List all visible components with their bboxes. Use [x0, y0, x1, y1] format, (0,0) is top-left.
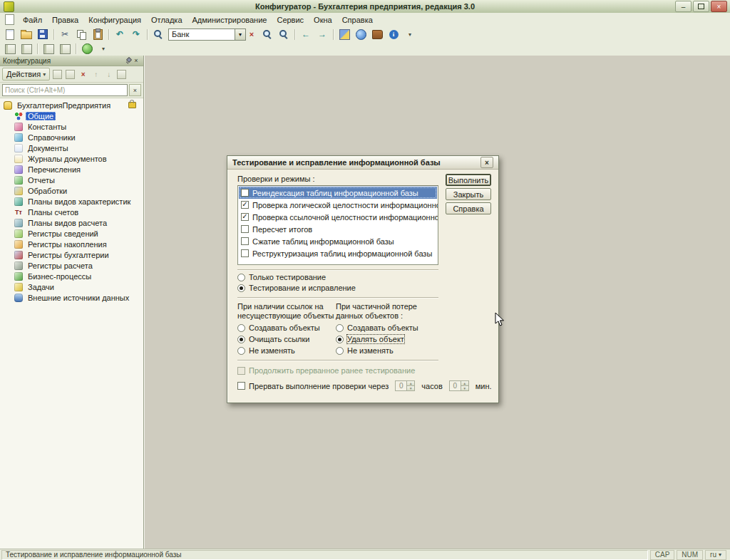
- debug-more-button[interactable]: ▾: [96, 42, 111, 56]
- search-clear-button[interactable]: ×: [129, 84, 141, 96]
- tree-item-common[interactable]: Общие: [0, 110, 143, 121]
- move-down-button[interactable]: ↓: [103, 69, 114, 80]
- sort-button[interactable]: [116, 69, 127, 80]
- combo-value[interactable]: Банк: [168, 28, 235, 41]
- minutes-value[interactable]: 0: [449, 380, 461, 391]
- show-properties-button[interactable]: [41, 42, 56, 56]
- radio-refs-clear-links[interactable]: Очищать ссылки: [237, 335, 309, 343]
- hours-value[interactable]: 0: [395, 380, 406, 391]
- delete-item-button[interactable]: ×: [78, 69, 88, 80]
- execute-button[interactable]: Выполнить: [446, 174, 491, 186]
- show-bookmarks-button[interactable]: [19, 42, 34, 56]
- combo-clear-button[interactable]: ×: [246, 28, 257, 40]
- radio-off[interactable]: [336, 324, 344, 332]
- navigate-back-button[interactable]: ←: [298, 27, 314, 41]
- menu-file[interactable]: Файл: [18, 14, 47, 26]
- check-row-reference-integrity[interactable]: Проверка ссылочной целостности информаци…: [239, 211, 437, 223]
- tree-item-business-processes[interactable]: Бизнес-процессы: [0, 271, 143, 281]
- tree-item-tasks[interactable]: Задачи: [0, 281, 143, 292]
- minutes-spin-buttons[interactable]: ▲ ▼: [461, 380, 469, 391]
- radio-refs-create-objects[interactable]: Создавать объекты: [237, 323, 320, 332]
- navigate-forward-button[interactable]: →: [314, 27, 330, 41]
- minimize-button[interactable]: –: [675, 1, 692, 12]
- tree-item-reports[interactable]: Отчеты: [0, 175, 143, 185]
- open-button[interactable]: [19, 27, 34, 41]
- dialog-close-button[interactable]: ×: [480, 157, 493, 168]
- checkbox-unchecked[interactable]: [241, 225, 249, 233]
- tree-item-chart-of-accounts[interactable]: Тт Планы счетов: [0, 207, 143, 217]
- check-row-restructure-tables[interactable]: Реструктуризация таблиц информационной б…: [239, 247, 437, 259]
- combo-dropdown-button[interactable]: ▼: [235, 28, 246, 41]
- panel-close-button[interactable]: ×: [132, 57, 140, 65]
- show-panel-button[interactable]: [2, 42, 18, 56]
- checkbox-checked[interactable]: [241, 213, 249, 221]
- edit-button[interactable]: [52, 69, 63, 80]
- redo-button[interactable]: ↷: [128, 27, 144, 41]
- menu-help[interactable]: Справка: [337, 14, 378, 26]
- checkbox-unchecked[interactable]: [241, 249, 249, 257]
- paste-button[interactable]: [90, 27, 106, 41]
- close-button[interactable]: ×: [711, 1, 727, 12]
- web-client-button[interactable]: [353, 27, 369, 41]
- search-input[interactable]: [2, 84, 128, 96]
- syntax-check-button[interactable]: [336, 27, 352, 41]
- new-button[interactable]: [2, 27, 18, 41]
- check-row-reindex[interactable]: Реиндексация таблиц информационной базы: [239, 187, 437, 199]
- radio-off[interactable]: [237, 324, 245, 332]
- tree-item-document-journals[interactable]: Журналы документов: [0, 153, 143, 164]
- spin-down-icon[interactable]: ▼: [461, 385, 468, 390]
- radio-partial-no-change[interactable]: Не изменять: [336, 346, 394, 355]
- tree-item-catalogs[interactable]: Справочники: [0, 132, 143, 142]
- checkbox-unchecked[interactable]: [241, 189, 249, 197]
- radio-off[interactable]: [336, 347, 344, 355]
- actions-menu-button[interactable]: Действия ▾: [2, 68, 50, 81]
- checks-listbox[interactable]: Реиндексация таблиц информационной базы …: [237, 185, 438, 265]
- syntax-help-button[interactable]: [369, 27, 385, 41]
- radio-partial-create-objects[interactable]: Создавать объекты: [336, 323, 418, 332]
- checkbox-checked[interactable]: [241, 201, 249, 209]
- tree-item-calculation-types[interactable]: Планы видов расчета: [0, 217, 143, 228]
- find-next-button[interactable]: [259, 27, 275, 41]
- radio-on[interactable]: [336, 336, 344, 343]
- show-messages-button[interactable]: [57, 42, 73, 56]
- check-row-logical-integrity[interactable]: Проверка логической целостности информац…: [239, 199, 437, 211]
- minutes-stepper[interactable]: 0 ▲ ▼: [449, 380, 469, 391]
- checkbox-unchecked[interactable]: [241, 237, 249, 245]
- radio-off[interactable]: [237, 274, 245, 281]
- radio-off[interactable]: [237, 347, 245, 355]
- tree-item-documents[interactable]: Документы: [0, 142, 143, 153]
- tree-item-external-data-sources[interactable]: Внешние источники данных: [0, 292, 143, 303]
- interrupt-checkbox[interactable]: [237, 382, 245, 390]
- menu-administration[interactable]: Администрирование: [187, 14, 272, 26]
- radio-on[interactable]: [237, 336, 245, 343]
- radio-on[interactable]: [237, 284, 245, 292]
- check-row-compress-tables[interactable]: Сжатие таблиц информационной базы: [239, 235, 437, 247]
- move-up-button[interactable]: ↑: [91, 69, 101, 80]
- restore-button[interactable]: [693, 1, 709, 12]
- find-prev-button[interactable]: [276, 27, 292, 41]
- tree-item-characteristic-types[interactable]: Планы видов характеристик: [0, 196, 143, 207]
- help-button[interactable]: i: [386, 27, 401, 41]
- menu-windows[interactable]: Окна: [309, 14, 337, 26]
- copy-item-button[interactable]: [65, 69, 76, 80]
- hours-stepper[interactable]: 0 ▲ ▼: [395, 380, 415, 391]
- document-menu-icon[interactable]: [5, 14, 14, 25]
- menu-edit[interactable]: Правка: [47, 14, 83, 26]
- find-button[interactable]: [150, 27, 166, 41]
- tree-item-enums[interactable]: Перечисления: [0, 164, 143, 175]
- radio-test-and-repair[interactable]: Тестирование и исправление: [237, 284, 356, 292]
- copy-button[interactable]: [73, 27, 89, 41]
- radio-partial-delete-object[interactable]: Удалять объект: [336, 335, 404, 343]
- menu-service[interactable]: Сервис: [272, 14, 309, 26]
- start-debugging-button[interactable]: [79, 42, 95, 56]
- check-row-recalc-totals[interactable]: Пересчет итогов: [239, 223, 437, 235]
- radio-refs-no-change[interactable]: Не изменять: [237, 346, 295, 355]
- hours-spin-buttons[interactable]: ▲ ▼: [406, 380, 415, 391]
- tree-item-calculation-registers[interactable]: Регистры расчета: [0, 260, 143, 271]
- cut-button[interactable]: ✂: [57, 27, 73, 41]
- menu-configuration[interactable]: Конфигурация: [83, 14, 146, 26]
- spin-down-icon[interactable]: ▼: [407, 385, 414, 390]
- help-dialog-button[interactable]: Справка: [446, 202, 491, 214]
- menu-debug[interactable]: Отладка: [146, 14, 187, 26]
- close-dialog-button[interactable]: Закрыть: [446, 188, 491, 200]
